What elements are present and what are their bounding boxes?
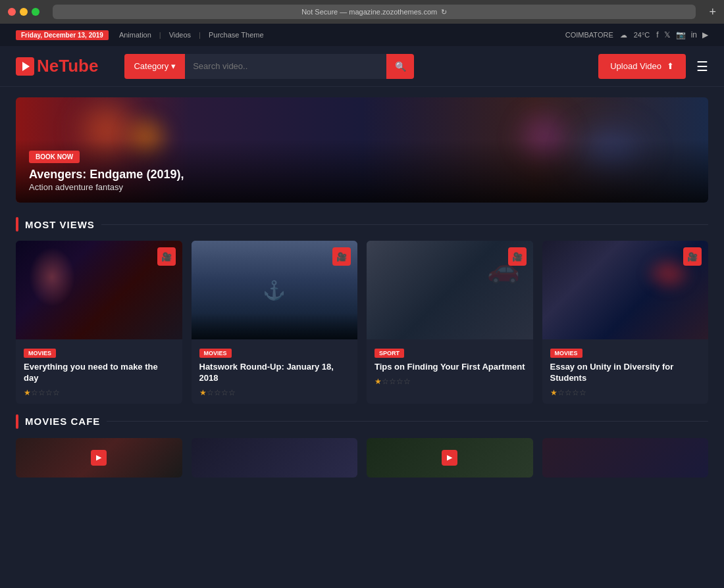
cafe-card-1[interactable]: ▶ — [16, 438, 182, 478]
card-1-image: 🎥 — [16, 241, 182, 339]
main-content: BOOK NOW Avengers: Endgame (2019), Actio… — [0, 97, 724, 478]
temperature: 24°C — [634, 31, 650, 39]
refresh-icon[interactable]: ↻ — [441, 8, 447, 16]
card-1-category[interactable]: MOVIES — [24, 349, 56, 358]
card-2-stars: ★☆☆☆☆ — [199, 388, 350, 397]
minimize-button[interactable] — [20, 8, 28, 16]
most-views-title: MOST VIEWS — [25, 219, 95, 230]
card-1-glow — [29, 247, 75, 306]
card-4-image: 🎥 — [542, 241, 709, 339]
play-icon — [22, 62, 30, 71]
upload-button[interactable]: Upload Video ⬆ — [598, 54, 686, 79]
top-bar-right: COIMBATORE ☁ 24°C f 𝕏 📷 in ▶ — [565, 30, 708, 39]
browser-chrome: Not Secure — magazine.zozothemes.com ↻ + — [0, 0, 724, 24]
card-3[interactable]: 🚗 🎥 SPORT Tips on Finding Your First Apa… — [367, 241, 533, 404]
weather-icon: ☁ — [620, 31, 627, 39]
movies-cafe-bar — [16, 414, 18, 429]
nav-animation[interactable]: Animation — [119, 31, 151, 39]
location-text: COIMBATORE — [565, 31, 613, 39]
upload-icon: ⬆ — [667, 61, 674, 71]
movies-cafe-heading: MOVIES CAFE — [16, 414, 708, 429]
address-bar[interactable]: Not Secure — magazine.zozothemes.com ↻ — [53, 5, 696, 19]
nav-videos[interactable]: Videos — [169, 31, 191, 39]
linkedin-icon[interactable]: in — [691, 30, 697, 39]
card-3-category[interactable]: SPORT — [375, 349, 404, 358]
nav-purchase[interactable]: Purchase Theme — [209, 31, 264, 39]
close-button[interactable] — [8, 8, 16, 16]
card-3-video-icon: 🎥 — [508, 247, 527, 266]
video-camera-icon-2: 🎥 — [336, 252, 347, 262]
movies-cafe-grid: ▶ ▶ — [16, 438, 708, 478]
card-4-category[interactable]: MOVIES — [550, 349, 582, 358]
top-bar: Friday, December 13, 2019 Animation | Vi… — [0, 24, 724, 46]
hero-title: Avengers: Endgame (2019), — [29, 167, 695, 182]
cafe-card-1-bg: ▶ — [16, 438, 182, 478]
search-icon: 🔍 — [395, 61, 406, 72]
card-2-video-icon: 🎥 — [332, 247, 351, 266]
video-camera-icon-3: 🎥 — [512, 252, 523, 262]
facebook-icon[interactable]: f — [656, 30, 658, 39]
card-3-stars: ★☆☆☆☆ — [375, 377, 525, 386]
cafe-card-3-bg: ▶ — [367, 438, 533, 478]
category-label: Category — [134, 61, 168, 71]
section-bar — [16, 217, 18, 232]
card-1[interactable]: 🎥 MOVIES Everything you need to make the… — [16, 241, 182, 404]
address-text: Not Secure — magazine.zozothemes.com — [301, 8, 437, 16]
book-now-button[interactable]: BOOK NOW — [29, 151, 80, 163]
card-4-video-icon: 🎥 — [683, 247, 702, 266]
chevron-down-icon: ▾ — [171, 61, 176, 71]
cafe-card-3-play: ▶ — [442, 450, 457, 466]
hamburger-menu[interactable]: ☰ — [696, 59, 708, 74]
card-3-image: 🚗 🎥 — [367, 241, 533, 339]
logo[interactable]: NeTube — [16, 56, 98, 76]
section-divider — [101, 224, 708, 225]
cafe-card-4-bg — [542, 438, 709, 478]
video-camera-icon-4: 🎥 — [687, 252, 698, 262]
cafe-card-2-bg — [192, 438, 358, 478]
maximize-button[interactable] — [32, 8, 39, 16]
header: NeTube Category ▾ 🔍 Upload Video ⬆ ☰ — [0, 46, 724, 87]
logo-text: NeTube — [37, 56, 98, 76]
search-area: Category ▾ 🔍 — [124, 54, 414, 79]
card-3-body: SPORT Tips on Finding Your First Apartme… — [367, 339, 533, 393]
hero-subtitle: Action adventure fantasy — [29, 182, 695, 192]
hero-banner[interactable]: BOOK NOW Avengers: Endgame (2019), Actio… — [16, 97, 708, 203]
card-1-body: MOVIES Everything you need to make the d… — [16, 339, 182, 404]
cards-grid: 🎥 MOVIES Everything you need to make the… — [16, 241, 708, 404]
top-nav: Animation | Videos | Purchase Theme — [119, 31, 264, 39]
card-4[interactable]: 🎥 MOVIES Essay on Unity in Diversity for… — [542, 241, 709, 404]
top-bar-left: Friday, December 13, 2019 Animation | Vi… — [16, 30, 264, 40]
cafe-card-4[interactable] — [542, 438, 709, 478]
card-2-body: MOVIES Hatswork Round-Up: January 18, 20… — [192, 339, 358, 404]
instagram-icon[interactable]: 📷 — [676, 30, 686, 39]
card-2-gradient — [192, 313, 358, 339]
card-4-body: MOVIES Essay on Unity in Diversity for S… — [542, 339, 709, 404]
upload-label: Upload Video — [610, 61, 661, 71]
card-4-stars: ★☆☆☆☆ — [550, 388, 701, 397]
new-tab-button[interactable]: + — [709, 5, 716, 19]
youtube-icon[interactable]: ▶ — [702, 30, 708, 39]
social-icons: f 𝕏 📷 in ▶ — [656, 30, 708, 39]
card-1-stars: ★☆☆☆☆ — [24, 388, 174, 397]
card-4-title: Essay on Unity in Diversity for Students — [550, 362, 701, 384]
search-button[interactable]: 🔍 — [386, 54, 414, 79]
search-input[interactable] — [185, 54, 386, 79]
card-2-title: Hatswork Round-Up: January 18, 2018 — [199, 362, 350, 384]
nav-sep-1: | — [159, 31, 161, 39]
movies-cafe-divider — [107, 421, 708, 422]
logo-icon — [16, 57, 34, 76]
cafe-card-1-play: ▶ — [91, 450, 107, 466]
cafe-card-3[interactable]: ▶ — [367, 438, 533, 478]
most-views-section-heading: MOST VIEWS — [16, 217, 708, 232]
date-badge: Friday, December 13, 2019 — [16, 30, 109, 40]
card-2-category[interactable]: MOVIES — [199, 349, 232, 358]
category-button[interactable]: Category ▾ — [124, 54, 185, 79]
video-camera-icon: 🎥 — [161, 252, 172, 262]
traffic-lights — [8, 8, 39, 16]
logo-tube: Tube — [59, 56, 98, 76]
card-2[interactable]: ⚓ 🎥 MOVIES Hatswork Round-Up: January 18… — [192, 241, 358, 404]
logo-ne: Ne — [37, 56, 59, 76]
cafe-card-2[interactable] — [192, 438, 358, 478]
card-1-title: Everything you need to make the day — [24, 362, 174, 384]
twitter-icon[interactable]: 𝕏 — [664, 30, 671, 39]
